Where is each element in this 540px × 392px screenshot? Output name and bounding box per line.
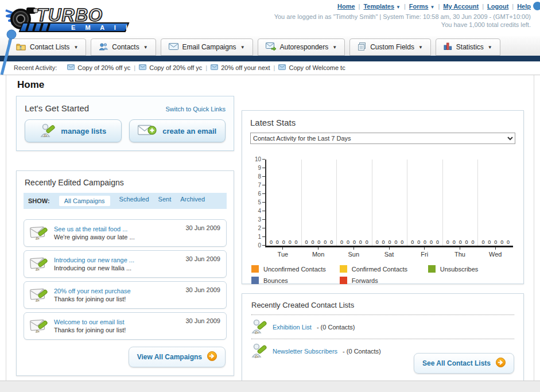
tab-autoresponders[interactable]: Autoresponders▼ xyxy=(258,38,345,56)
campaign-edit-icon xyxy=(30,287,48,303)
contact-list-count: - (0 Contacts) xyxy=(343,348,381,355)
stats-range-select[interactable]: Contact Activity for the Last 7 Days xyxy=(250,133,515,144)
top-link-forms[interactable]: Forms xyxy=(409,3,429,10)
y-tick-mark xyxy=(262,176,265,177)
filter-sent[interactable]: Sent xyxy=(158,196,172,206)
view-all-campaigns-label: View All Campaigns xyxy=(137,353,202,361)
contact-list-item[interactable]: Exhibition List- (0 Contacts) xyxy=(251,315,514,339)
chart-day-group: 00000 xyxy=(266,160,302,246)
recently-created-contact-lists-panel: Recently Created Contact Lists Exhibitio… xyxy=(242,293,524,381)
tab-contact-lists[interactable]: Contact Lists▼ xyxy=(8,38,86,56)
y-tick-mark xyxy=(262,236,265,237)
bar-value-label: 0 xyxy=(270,239,273,245)
legend-label: Confirmed Contacts xyxy=(352,266,407,273)
top-link-home[interactable]: Home xyxy=(337,3,355,10)
switch-quick-links-link[interactable]: Switch to Quick Links xyxy=(165,106,226,112)
create-an-email-button[interactable]: create an email xyxy=(129,119,226,142)
mini-envelope-icon xyxy=(139,61,146,75)
top-link-help[interactable]: Help xyxy=(517,3,531,10)
y-tick-mark xyxy=(262,185,265,185)
legend-label: Forwards xyxy=(352,277,378,284)
get-started-title: Let's Get Started xyxy=(25,103,89,113)
y-tick-label: 6 xyxy=(251,191,261,197)
legend-swatch xyxy=(340,277,347,284)
top-link-my-account[interactable]: My Account xyxy=(443,3,479,10)
tab-contacts[interactable]: Contacts▼ xyxy=(91,38,156,56)
campaign-title-link[interactable]: See us at the retail food ... xyxy=(54,225,180,233)
recent-activity-bar: Recent Activity:Copy of 20% off yc|Copy … xyxy=(0,61,540,75)
campaign-subtitle: Introducing our new Italia ... xyxy=(54,264,180,272)
filter-all-campaigns[interactable]: All Campaigns xyxy=(59,196,110,206)
bar-value-label: 0 xyxy=(507,239,510,245)
y-tick-mark xyxy=(262,193,265,194)
chart-day-group: 00000 xyxy=(302,160,337,246)
y-tick-label: 4 xyxy=(251,208,261,214)
contact-list-name-link[interactable]: Exhibition List xyxy=(273,324,312,331)
campaign-card[interactable]: Introducing our new range ...Introducing… xyxy=(24,250,227,278)
recent-activity-label: Recent Activity: xyxy=(14,64,57,71)
tab-statistics[interactable]: Statistics▼ xyxy=(436,38,500,56)
campaign-card[interactable]: Welcome to our email listThanks for join… xyxy=(24,312,227,340)
y-tick-mark xyxy=(262,211,265,211)
chevron-down-icon: ▼ xyxy=(332,45,337,50)
chart-legend: Unconfirmed ContactsConfirmed ContactsUn… xyxy=(250,265,515,284)
bar-value-label: 0 xyxy=(411,239,414,245)
help-bubble-icon[interactable] xyxy=(533,2,540,10)
y-tick-label: 8 xyxy=(251,173,261,180)
legend-swatch xyxy=(428,265,436,273)
y-tick-mark xyxy=(262,219,265,220)
see-all-contact-lists-button[interactable]: See All Contact Lists xyxy=(414,353,514,374)
bar-value-label: 0 xyxy=(289,239,292,245)
chart-x-axis-labels: TueMonSunSatFriThuWed xyxy=(265,247,513,258)
filter-archived[interactable]: Archived xyxy=(180,196,205,206)
email-campaigns-icon xyxy=(169,43,178,52)
chart-day-group: 00000 xyxy=(443,160,479,246)
tab-label: Custom Fields xyxy=(370,43,414,51)
bar-value-label: 0 xyxy=(481,239,484,245)
bar-value-label: 0 xyxy=(436,239,439,245)
recent-activity-item[interactable]: 20% off your next xyxy=(211,61,270,75)
login-info: You are logged in as "Timothy Smith" | S… xyxy=(274,13,531,29)
top-link-logout[interactable]: Logout xyxy=(487,3,508,10)
manage-lists-button[interactable]: manage lists xyxy=(25,119,122,142)
campaign-title-link[interactable]: 20% off your next purchase xyxy=(54,287,180,295)
contact-list-name-link[interactable]: Newsletter Subscribers xyxy=(273,348,337,355)
bar-value-label: 0 xyxy=(282,239,285,245)
recently-edited-campaigns-panel: Recently Edited Campaigns SHOW:All Campa… xyxy=(16,170,234,376)
callout-pin-icon xyxy=(0,29,18,76)
recent-activity-item[interactable]: Copy of 20% off yc xyxy=(67,61,130,75)
chart-plot-area: 00000000000000000000000000000000000 xyxy=(265,160,513,247)
campaign-card[interactable]: 20% off your next purchaseThanks for joi… xyxy=(24,281,227,309)
login-line: You are logged in as "Timothy Smith" | S… xyxy=(274,13,531,21)
x-tick-mark xyxy=(495,247,496,250)
bar-value-label: 0 xyxy=(417,239,420,245)
campaign-date: 30 Jun 2009 xyxy=(185,317,220,324)
contact-list-count: - (0 Contacts) xyxy=(317,324,355,331)
top-link-templates[interactable]: Templates xyxy=(363,3,394,10)
bar-value-label: 0 xyxy=(324,239,327,245)
campaign-date: 30 Jun 2009 xyxy=(185,224,220,231)
campaign-title-link[interactable]: Introducing our new range ... xyxy=(54,256,180,264)
campaign-title-link[interactable]: Welcome to our email list xyxy=(54,318,180,326)
button-label: create an email xyxy=(162,127,216,135)
campaign-card[interactable]: See us at the retail food ...We're givin… xyxy=(24,219,227,247)
tab-email-campaigns[interactable]: Email Campaigns▼ xyxy=(161,38,253,56)
bar-value-label: 0 xyxy=(424,239,426,245)
x-tick-mark xyxy=(460,247,460,250)
filter-scheduled[interactable]: Scheduled xyxy=(119,196,149,206)
recent-activity-item[interactable]: Copy of 20% off yc xyxy=(139,61,202,75)
x-tick-mark xyxy=(318,247,318,250)
campaign-subtitle: Thanks for joining our list! xyxy=(54,295,180,303)
recent-activity-item[interactable]: Copy of Welcome tc xyxy=(278,61,345,75)
campaign-edit-icon xyxy=(30,225,48,241)
bar-value-label: 0 xyxy=(401,239,403,245)
bar-value-label: 0 xyxy=(394,239,397,245)
chart-y-axis: 012345678910 xyxy=(250,160,265,247)
view-all-campaigns-button[interactable]: View All Campaigns xyxy=(129,347,226,367)
tab-custom-fields[interactable]: Custom Fields▼ xyxy=(349,38,431,56)
y-tick-label: 7 xyxy=(251,182,261,188)
manage-lists-icon xyxy=(40,123,56,139)
recent-activity-item-label: Copy of Welcome tc xyxy=(289,61,345,75)
bar-value-label: 0 xyxy=(330,239,333,245)
bar-value-label: 0 xyxy=(494,239,497,245)
